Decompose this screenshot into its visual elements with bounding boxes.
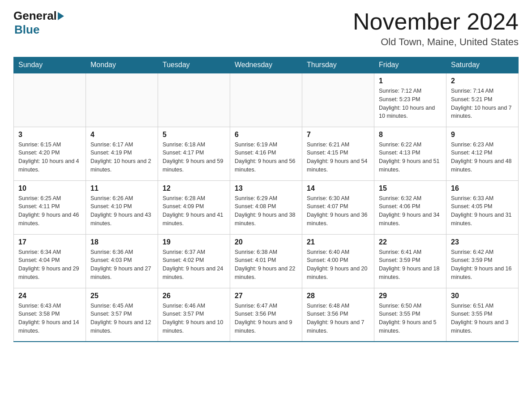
day-number: 23 xyxy=(451,238,514,246)
table-row: 6Sunrise: 6:19 AMSunset: 4:16 PMDaylight… xyxy=(230,127,302,180)
day-number: 27 xyxy=(235,292,297,300)
day-number: 26 xyxy=(163,292,225,300)
table-row: 5Sunrise: 6:18 AMSunset: 4:17 PMDaylight… xyxy=(158,127,230,180)
day-number: 17 xyxy=(18,238,81,246)
table-row: 26Sunrise: 6:46 AMSunset: 3:57 PMDayligh… xyxy=(158,288,230,342)
table-row: 10Sunrise: 6:25 AMSunset: 4:11 PMDayligh… xyxy=(14,180,86,234)
col-wednesday: Wednesday xyxy=(230,57,302,73)
day-info: Sunrise: 6:45 AMSunset: 3:57 PMDaylight:… xyxy=(90,302,153,335)
day-info: Sunrise: 6:18 AMSunset: 4:17 PMDaylight:… xyxy=(163,141,225,174)
day-number: 25 xyxy=(90,292,153,300)
calendar-week-row: 24Sunrise: 6:43 AMSunset: 3:58 PMDayligh… xyxy=(14,288,519,342)
day-info: Sunrise: 6:28 AMSunset: 4:09 PMDaylight:… xyxy=(163,194,225,228)
day-info: Sunrise: 6:41 AMSunset: 3:59 PMDaylight:… xyxy=(379,248,442,282)
table-row: 15Sunrise: 6:32 AMSunset: 4:06 PMDayligh… xyxy=(374,180,446,234)
day-info: Sunrise: 6:25 AMSunset: 4:11 PMDaylight:… xyxy=(18,194,81,228)
table-row: 27Sunrise: 6:47 AMSunset: 3:56 PMDayligh… xyxy=(230,288,302,342)
calendar-week-row: 3Sunrise: 6:15 AMSunset: 4:20 PMDaylight… xyxy=(14,127,519,180)
title-section: November 2024 Old Town, Maine, United St… xyxy=(353,9,519,48)
table-row: 19Sunrise: 6:37 AMSunset: 4:02 PMDayligh… xyxy=(158,234,230,288)
table-row: 18Sunrise: 6:36 AMSunset: 4:03 PMDayligh… xyxy=(86,234,158,288)
day-number: 24 xyxy=(18,292,81,300)
table-row: 23Sunrise: 6:42 AMSunset: 3:59 PMDayligh… xyxy=(446,234,519,288)
day-info: Sunrise: 6:36 AMSunset: 4:03 PMDaylight:… xyxy=(90,248,153,282)
table-row: 21Sunrise: 6:40 AMSunset: 4:00 PMDayligh… xyxy=(302,234,374,288)
table-row: 16Sunrise: 6:33 AMSunset: 4:05 PMDayligh… xyxy=(446,180,519,234)
table-row: 8Sunrise: 6:22 AMSunset: 4:13 PMDaylight… xyxy=(374,127,446,180)
day-number: 1 xyxy=(379,77,442,85)
table-row: 25Sunrise: 6:45 AMSunset: 3:57 PMDayligh… xyxy=(86,288,158,342)
day-info: Sunrise: 6:40 AMSunset: 4:00 PMDaylight:… xyxy=(307,248,369,282)
day-info: Sunrise: 6:17 AMSunset: 4:19 PMDaylight:… xyxy=(90,141,153,174)
day-info: Sunrise: 6:46 AMSunset: 3:57 PMDaylight:… xyxy=(163,302,225,335)
table-row xyxy=(302,73,374,127)
table-row: 20Sunrise: 6:38 AMSunset: 4:01 PMDayligh… xyxy=(230,234,302,288)
location-text: Old Town, Maine, United States xyxy=(353,36,519,48)
day-number: 19 xyxy=(163,238,225,246)
day-info: Sunrise: 6:32 AMSunset: 4:06 PMDaylight:… xyxy=(379,194,442,228)
day-number: 4 xyxy=(90,131,153,139)
day-number: 29 xyxy=(379,292,442,300)
table-row: 9Sunrise: 6:23 AMSunset: 4:12 PMDaylight… xyxy=(446,127,519,180)
calendar-week-row: 17Sunrise: 6:34 AMSunset: 4:04 PMDayligh… xyxy=(14,234,519,288)
day-number: 15 xyxy=(379,184,442,193)
col-monday: Monday xyxy=(86,57,158,73)
day-number: 13 xyxy=(235,184,297,193)
table-row: 1Sunrise: 7:12 AMSunset: 5:23 PMDaylight… xyxy=(374,73,446,127)
col-saturday: Saturday xyxy=(446,57,519,73)
day-info: Sunrise: 7:14 AMSunset: 5:21 PMDaylight:… xyxy=(451,87,514,120)
day-info: Sunrise: 6:43 AMSunset: 3:58 PMDaylight:… xyxy=(18,302,81,335)
table-row xyxy=(158,73,230,127)
calendar-header-row: Sunday Monday Tuesday Wednesday Thursday… xyxy=(14,57,519,73)
day-info: Sunrise: 6:15 AMSunset: 4:20 PMDaylight:… xyxy=(18,141,81,174)
logo-blue-text: Blue xyxy=(14,23,39,36)
table-row: 30Sunrise: 6:51 AMSunset: 3:55 PMDayligh… xyxy=(446,288,519,342)
day-info: Sunrise: 6:26 AMSunset: 4:10 PMDaylight:… xyxy=(90,194,153,228)
day-number: 2 xyxy=(451,77,514,85)
day-number: 3 xyxy=(18,131,81,139)
month-title: November 2024 xyxy=(353,9,519,34)
table-row: 3Sunrise: 6:15 AMSunset: 4:20 PMDaylight… xyxy=(14,127,86,180)
table-row xyxy=(14,73,86,127)
col-tuesday: Tuesday xyxy=(158,57,230,73)
calendar-week-row: 1Sunrise: 7:12 AMSunset: 5:23 PMDaylight… xyxy=(14,73,519,127)
table-row xyxy=(86,73,158,127)
day-number: 18 xyxy=(90,238,153,246)
day-number: 5 xyxy=(163,131,225,139)
col-sunday: Sunday xyxy=(14,57,86,73)
day-info: Sunrise: 6:34 AMSunset: 4:04 PMDaylight:… xyxy=(18,248,81,282)
day-info: Sunrise: 6:42 AMSunset: 3:59 PMDaylight:… xyxy=(451,248,514,282)
col-friday: Friday xyxy=(374,57,446,73)
day-number: 28 xyxy=(307,292,369,300)
page-header: General Blue November 2024 Old Town, Mai… xyxy=(13,9,519,48)
day-info: Sunrise: 6:38 AMSunset: 4:01 PMDaylight:… xyxy=(235,248,297,282)
day-number: 6 xyxy=(235,131,297,139)
table-row: 12Sunrise: 6:28 AMSunset: 4:09 PMDayligh… xyxy=(158,180,230,234)
day-info: Sunrise: 6:22 AMSunset: 4:13 PMDaylight:… xyxy=(379,141,442,174)
day-info: Sunrise: 6:47 AMSunset: 3:56 PMDaylight:… xyxy=(235,302,297,335)
day-info: Sunrise: 6:19 AMSunset: 4:16 PMDaylight:… xyxy=(235,141,297,174)
day-number: 9 xyxy=(451,131,514,139)
day-number: 22 xyxy=(379,238,442,246)
calendar-week-row: 10Sunrise: 6:25 AMSunset: 4:11 PMDayligh… xyxy=(14,180,519,234)
col-thursday: Thursday xyxy=(302,57,374,73)
day-info: Sunrise: 6:48 AMSunset: 3:56 PMDaylight:… xyxy=(307,302,369,335)
logo-general-text: General xyxy=(13,9,57,23)
day-info: Sunrise: 6:51 AMSunset: 3:55 PMDaylight:… xyxy=(451,302,514,335)
logo-arrow-icon xyxy=(58,12,64,20)
day-info: Sunrise: 6:21 AMSunset: 4:15 PMDaylight:… xyxy=(307,141,369,174)
day-number: 16 xyxy=(451,184,514,193)
day-number: 12 xyxy=(163,184,225,193)
table-row: 7Sunrise: 6:21 AMSunset: 4:15 PMDaylight… xyxy=(302,127,374,180)
table-row xyxy=(230,73,302,127)
table-row: 11Sunrise: 6:26 AMSunset: 4:10 PMDayligh… xyxy=(86,180,158,234)
day-number: 8 xyxy=(379,131,442,139)
day-number: 7 xyxy=(307,131,369,139)
table-row: 22Sunrise: 6:41 AMSunset: 3:59 PMDayligh… xyxy=(374,234,446,288)
day-info: Sunrise: 6:50 AMSunset: 3:55 PMDaylight:… xyxy=(379,302,442,335)
table-row: 24Sunrise: 6:43 AMSunset: 3:58 PMDayligh… xyxy=(14,288,86,342)
day-number: 30 xyxy=(451,292,514,300)
table-row: 2Sunrise: 7:14 AMSunset: 5:21 PMDaylight… xyxy=(446,73,519,127)
day-info: Sunrise: 6:23 AMSunset: 4:12 PMDaylight:… xyxy=(451,141,514,174)
table-row: 29Sunrise: 6:50 AMSunset: 3:55 PMDayligh… xyxy=(374,288,446,342)
